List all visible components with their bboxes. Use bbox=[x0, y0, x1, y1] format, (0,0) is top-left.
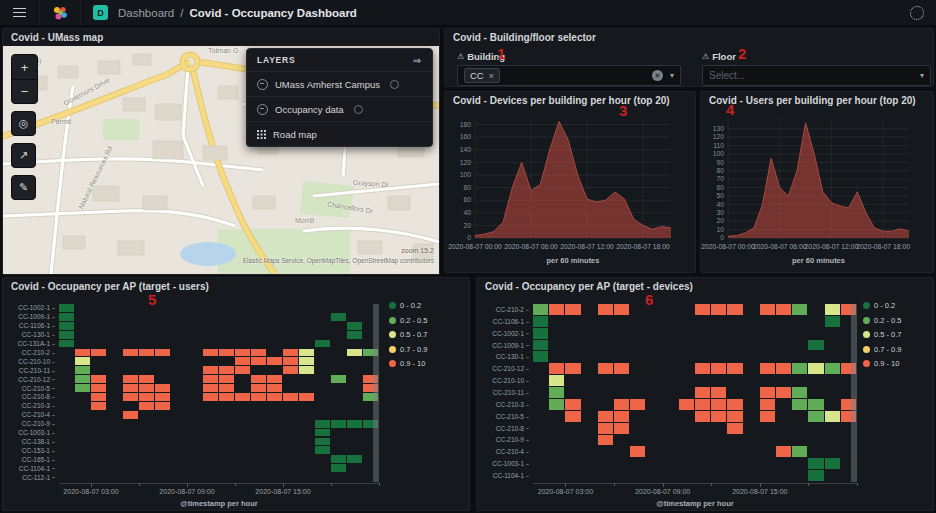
chevron-down-icon[interactable]: ▾ bbox=[920, 71, 924, 80]
heatmap-cell bbox=[123, 411, 138, 419]
legend-color-dot bbox=[863, 331, 870, 338]
panel-title-selector[interactable]: Covid - Building/floor selector bbox=[445, 29, 933, 46]
svg-text:2020-08-07 00:00: 2020-08-07 00:00 bbox=[448, 243, 502, 250]
layer-item-umass-amherst-campus[interactable]: UMass Amherst Campus bbox=[247, 71, 432, 96]
floor-label: Floor bbox=[712, 51, 736, 62]
heatmap-cell bbox=[792, 304, 807, 315]
heatmap-cell bbox=[598, 304, 613, 315]
svg-text:20: 20 bbox=[463, 222, 471, 229]
heatmap-cell bbox=[315, 446, 330, 454]
heatmap-x-tick-label: 2020-08-07 09:00 bbox=[635, 488, 690, 495]
locate-icon[interactable]: ◎ bbox=[11, 111, 36, 136]
svg-text:60: 60 bbox=[463, 196, 471, 203]
heatmap-cell bbox=[91, 384, 106, 392]
heatmap-cell bbox=[315, 429, 330, 437]
heatmap-row-label: CC-1002-1 bbox=[3, 304, 55, 312]
heatmap-row-label: CC-210-10 bbox=[3, 358, 55, 366]
layer-label: Occupancy data bbox=[275, 104, 344, 115]
heatmap-cell bbox=[59, 340, 74, 348]
heatmap-cell bbox=[347, 420, 362, 428]
help-icon[interactable] bbox=[910, 6, 924, 20]
heatmap-row-label: CC-210-12 bbox=[3, 376, 55, 384]
building-input[interactable]: CC × ✕ ▾ bbox=[457, 65, 681, 86]
zoom-out-icon[interactable]: − bbox=[12, 79, 37, 103]
heatmap-cell bbox=[808, 470, 823, 481]
heatmap-cell bbox=[614, 423, 629, 434]
warning-icon: ⚠ bbox=[457, 52, 464, 61]
heatmap-cell bbox=[139, 402, 154, 410]
legend-label: 0.9 - 10 bbox=[400, 359, 425, 368]
legend-color-dot bbox=[389, 360, 396, 367]
chip-label: CC bbox=[470, 70, 484, 81]
heatmap-cell bbox=[267, 357, 282, 365]
heatmap-cell bbox=[299, 349, 314, 357]
layer-visibility-icon[interactable] bbox=[257, 104, 268, 115]
heatmap-cell bbox=[808, 458, 823, 469]
svg-text:2020-08-07 00:00: 2020-08-07 00:00 bbox=[701, 243, 755, 250]
heatmap-cell bbox=[565, 363, 580, 374]
heatmap-cell bbox=[711, 363, 726, 374]
legend-item: 0.7 - 0.9 bbox=[389, 345, 428, 354]
legend-color-dot bbox=[863, 346, 870, 353]
map-pond bbox=[180, 242, 236, 266]
panel-users-per-building: Covid - Users per building per hour (top… bbox=[700, 91, 934, 273]
heatmap-cell bbox=[139, 384, 154, 392]
layer-item-road-map[interactable]: Road map bbox=[247, 121, 432, 146]
heatmap-cell bbox=[695, 411, 710, 422]
heatmap-row-label: CC-210-2 bbox=[477, 306, 529, 314]
heatmap-cell bbox=[808, 411, 823, 422]
heatmap-cell bbox=[825, 458, 840, 469]
heatmap-cell bbox=[614, 304, 629, 315]
layer-visibility-icon[interactable] bbox=[257, 79, 268, 90]
heatmap-row-label: CC-112-1 bbox=[3, 474, 55, 482]
svg-text:120: 120 bbox=[460, 159, 472, 166]
heatmap-cell bbox=[727, 411, 742, 422]
panel-title-users[interactable]: Covid - Users per building per hour (top… bbox=[701, 92, 933, 109]
legend-color-dot bbox=[389, 346, 396, 353]
grid-icon bbox=[257, 130, 266, 139]
panel-title-umass-map[interactable]: Covid - UMass map bbox=[3, 29, 439, 46]
panel-title-occupancy-users[interactable]: Covid - Occupancy per AP (target - users… bbox=[3, 278, 469, 295]
menu-toggle-button[interactable] bbox=[0, 0, 39, 25]
svg-text:20: 20 bbox=[716, 217, 724, 224]
floor-select[interactable]: Select... ▾ bbox=[702, 65, 931, 86]
legend-item: 0.9 - 10 bbox=[389, 359, 428, 368]
heatmap-cell bbox=[251, 349, 266, 357]
heatmap-cell bbox=[203, 393, 218, 401]
panel-title-devices[interactable]: Covid - Devices per building per hour (t… bbox=[445, 92, 695, 109]
panel-title-occupancy-devices[interactable]: Covid - Occupancy per AP (target - devic… bbox=[477, 278, 933, 295]
expand-icon[interactable]: ↗ bbox=[11, 143, 36, 168]
heatmap-cell bbox=[155, 393, 170, 401]
chevron-down-icon[interactable]: ▾ bbox=[670, 71, 674, 80]
clear-selection-icon[interactable]: ✕ bbox=[652, 70, 663, 81]
collapse-layers-icon[interactable]: ⇒ bbox=[413, 55, 422, 66]
svg-text:10: 10 bbox=[716, 226, 724, 233]
panel-occupancy-per-ap-users: Covid - Occupancy per AP (target - users… bbox=[2, 277, 470, 511]
heatmap-cell bbox=[347, 322, 362, 330]
breadcrumb-dashboard-link[interactable]: Dashboard bbox=[118, 7, 174, 19]
heatmap-cell bbox=[75, 375, 90, 383]
heatmap-cell bbox=[347, 331, 362, 339]
navbar-divider bbox=[80, 0, 81, 26]
legend-label: 0.2 - 0.5 bbox=[874, 316, 902, 325]
panel-devices-per-building: Covid - Devices per building per hour (t… bbox=[444, 91, 696, 273]
occupancy-devices-heatmap: CC-210-2CC-1106-1CC-1002-1CC-1009-1CC-13… bbox=[477, 295, 933, 510]
draw-filter-icon[interactable]: ✎ bbox=[11, 175, 36, 200]
svg-text:80: 80 bbox=[463, 184, 471, 191]
heatmap-cell bbox=[711, 387, 726, 398]
zoom-in-icon[interactable]: + bbox=[12, 55, 37, 79]
heatmap-current-time-strip bbox=[851, 304, 857, 482]
legend-label: 0.2 - 0.5 bbox=[400, 316, 428, 325]
remove-chip-icon[interactable]: × bbox=[489, 71, 494, 81]
heatmap-cell bbox=[727, 304, 742, 315]
map-zoom-level: zoom 15.2 bbox=[401, 247, 434, 254]
floor-placeholder: Select... bbox=[709, 70, 745, 81]
layer-item-occupancy-data[interactable]: Occupancy data bbox=[247, 96, 432, 121]
building-chip-cc[interactable]: CC × bbox=[464, 68, 500, 83]
page-title: Covid - Occupancy Dashboard bbox=[189, 7, 356, 19]
heatmap-row-label: CC-210-9 bbox=[477, 436, 529, 444]
axis-tick bbox=[808, 483, 809, 486]
grafana-logo-icon bbox=[52, 5, 68, 21]
grafana-logo[interactable] bbox=[40, 5, 80, 21]
heatmap-cell bbox=[235, 357, 250, 365]
